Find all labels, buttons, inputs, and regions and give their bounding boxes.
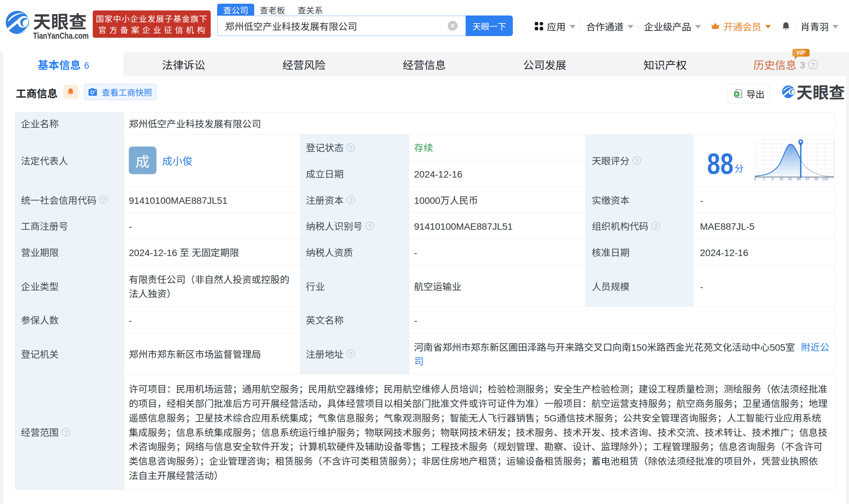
svg-text:50: 50: [788, 177, 792, 181]
svg-text:97: 97: [805, 177, 810, 181]
svg-text:85: 85: [797, 177, 801, 181]
svg-text:100: 100: [822, 177, 828, 181]
svg-text:3: 3: [772, 177, 774, 181]
svg-text:99: 99: [814, 177, 818, 181]
svg-text:15: 15: [779, 177, 783, 181]
svg-text:1: 1: [763, 177, 765, 181]
svg-text:0: 0: [754, 177, 756, 181]
